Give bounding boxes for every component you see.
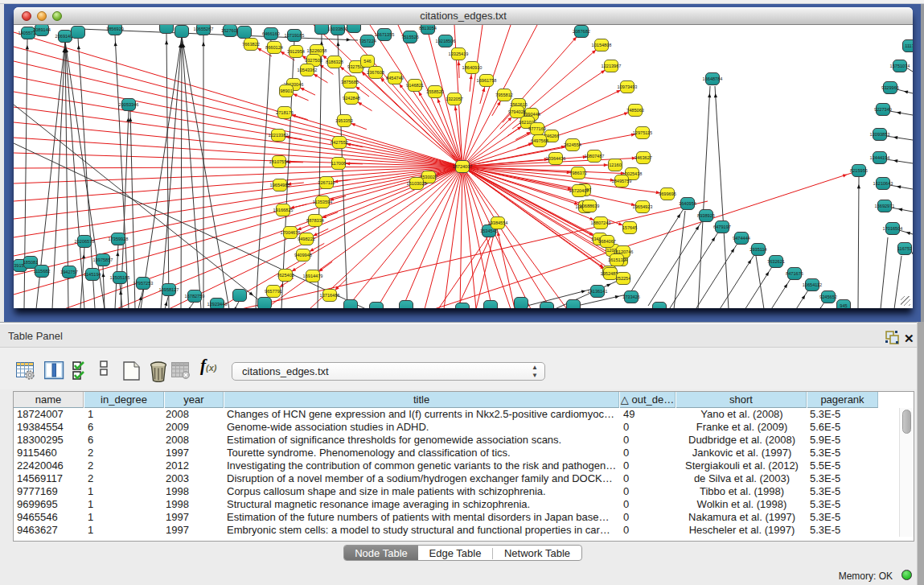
svg-text:12444194: 12444194 bbox=[870, 155, 890, 160]
svg-text:7625402: 7625402 bbox=[277, 273, 294, 278]
svg-text:19166825: 19166825 bbox=[273, 208, 294, 212]
svg-text:12093853: 12093853 bbox=[870, 132, 890, 137]
svg-text:12975115: 12975115 bbox=[633, 130, 652, 135]
svg-text:20206578: 20206578 bbox=[75, 239, 95, 244]
svg-text:2935114: 2935114 bbox=[749, 247, 766, 252]
svg-text:12505185: 12505185 bbox=[110, 275, 130, 280]
svg-text:185081: 185081 bbox=[23, 260, 39, 265]
svg-text:15751074: 15751074 bbox=[890, 64, 910, 68]
svg-text:2089144: 2089144 bbox=[33, 27, 51, 32]
svg-text:8660124: 8660124 bbox=[265, 45, 283, 50]
svg-text:3624554: 3624554 bbox=[564, 142, 581, 147]
svg-text:12160: 12160 bbox=[609, 163, 622, 167]
svg-text:546: 546 bbox=[363, 59, 371, 64]
svg-text:2718176: 2718176 bbox=[276, 110, 294, 115]
svg-text:8427552: 8427552 bbox=[331, 140, 348, 145]
svg-text:9146821: 9146821 bbox=[406, 83, 424, 88]
svg-text:17957253: 17957253 bbox=[133, 281, 154, 286]
svg-text:11353594: 11353594 bbox=[313, 200, 332, 204]
svg-text:8215955: 8215955 bbox=[850, 168, 868, 173]
svg-text:9242848: 9242848 bbox=[343, 96, 360, 101]
svg-text:7632621: 7632621 bbox=[767, 259, 785, 264]
svg-text:10688639: 10688639 bbox=[580, 204, 600, 208]
svg-text:1733426: 1733426 bbox=[622, 295, 640, 299]
svg-text:18724007: 18724007 bbox=[453, 164, 473, 169]
svg-text:7485063: 7485063 bbox=[626, 108, 644, 113]
svg-text:1527602: 1527602 bbox=[221, 28, 239, 33]
svg-text:9699695: 9699695 bbox=[659, 192, 676, 196]
svg-text:6466160: 6466160 bbox=[262, 31, 280, 36]
svg-text:2367608: 2367608 bbox=[367, 70, 384, 75]
svg-text:1115682: 1115682 bbox=[34, 269, 51, 274]
svg-text:19654985: 19654985 bbox=[270, 183, 290, 187]
svg-text:9777169: 9777169 bbox=[528, 126, 546, 131]
svg-text:3267110: 3267110 bbox=[318, 180, 335, 185]
svg-text:98901: 98901 bbox=[280, 89, 293, 93]
svg-text:8471676: 8471676 bbox=[786, 271, 803, 276]
svg-text:157645: 157645 bbox=[622, 225, 638, 230]
svg-text:9474444: 9474444 bbox=[733, 236, 750, 241]
svg-text:17359928: 17359928 bbox=[109, 237, 129, 241]
svg-text:9329966: 9329966 bbox=[881, 85, 899, 90]
svg-text:9463627: 9463627 bbox=[634, 155, 652, 160]
svg-text:7663822: 7663822 bbox=[242, 42, 260, 47]
svg-text:17016504: 17016504 bbox=[883, 226, 903, 231]
svg-text:19975857: 19975857 bbox=[93, 257, 113, 262]
svg-text:13716485: 13716485 bbox=[320, 293, 340, 298]
svg-text:1942757: 1942757 bbox=[60, 270, 78, 274]
svg-text:1145194: 1145194 bbox=[84, 272, 101, 277]
svg-text:6497568: 6497568 bbox=[531, 138, 548, 143]
svg-text:8813054: 8813054 bbox=[419, 26, 437, 31]
svg-text:9327503: 9327503 bbox=[305, 58, 322, 63]
svg-text:10719185: 10719185 bbox=[285, 33, 305, 38]
svg-text:17004676: 17004676 bbox=[281, 230, 301, 235]
svg-text:18807249: 18807249 bbox=[591, 220, 611, 225]
svg-text:10973493: 10973493 bbox=[618, 84, 638, 89]
svg-text:3875685: 3875685 bbox=[341, 80, 359, 84]
svg-text:14136141: 14136141 bbox=[588, 289, 608, 294]
svg-text:1615132: 1615132 bbox=[608, 257, 626, 262]
svg-text:252254: 252254 bbox=[616, 276, 631, 281]
svg-text:16033809: 16033809 bbox=[328, 27, 348, 31]
svg-text:1322057: 1322057 bbox=[446, 97, 463, 101]
svg-text:10154808: 10154808 bbox=[592, 43, 612, 47]
svg-text:8454749: 8454749 bbox=[386, 76, 404, 80]
svg-text:1856929: 1856929 bbox=[106, 27, 124, 31]
svg-text:15692971: 15692971 bbox=[875, 204, 895, 208]
svg-text:7955812: 7955812 bbox=[495, 93, 513, 97]
svg-text:10543362: 10543362 bbox=[298, 68, 318, 72]
svg-text:9245652: 9245652 bbox=[819, 295, 837, 299]
svg-text:18495759: 18495759 bbox=[612, 179, 632, 183]
svg-text:19654923: 19654923 bbox=[633, 204, 653, 209]
svg-text:18640910: 18640910 bbox=[462, 65, 483, 70]
svg-text:2087682: 2087682 bbox=[573, 29, 590, 34]
svg-text:16782759: 16782759 bbox=[185, 294, 205, 299]
svg-text:10958127: 10958127 bbox=[159, 287, 179, 292]
svg-text:8878334: 8878334 bbox=[306, 218, 324, 223]
svg-text:16961758: 16961758 bbox=[477, 78, 497, 83]
svg-text:10655267: 10655267 bbox=[194, 27, 214, 31]
svg-text:8938925: 8938925 bbox=[697, 213, 715, 218]
svg-text:13325419: 13325419 bbox=[449, 51, 469, 56]
svg-text:15103028: 15103028 bbox=[407, 181, 427, 186]
svg-text:18107554: 18107554 bbox=[269, 159, 290, 164]
svg-text:20053346: 20053346 bbox=[119, 102, 139, 107]
svg-text:12923448: 12923448 bbox=[207, 302, 228, 307]
svg-text:1953353: 1953353 bbox=[335, 118, 353, 123]
svg-text:10807487: 10807487 bbox=[585, 154, 605, 159]
svg-text:1640954: 1640954 bbox=[679, 201, 696, 206]
svg-text:16671355: 16671355 bbox=[375, 32, 395, 37]
svg-text:10654112: 10654112 bbox=[803, 282, 822, 287]
svg-text:1558520: 1558520 bbox=[426, 89, 444, 94]
svg-text:7986372: 7986372 bbox=[569, 171, 587, 175]
svg-text:3912954: 3912954 bbox=[287, 49, 305, 54]
svg-text:12213967: 12213967 bbox=[602, 64, 622, 68]
svg-text:16648784: 16648784 bbox=[703, 76, 723, 81]
svg-text:8186328: 8186328 bbox=[326, 60, 343, 64]
svg-text:19218506: 19218506 bbox=[436, 39, 456, 43]
svg-text:1117: 1117 bbox=[905, 43, 913, 48]
svg-text:9227349: 9227349 bbox=[874, 107, 892, 112]
svg-text:116753: 116753 bbox=[897, 246, 912, 251]
svg-text:12213382: 12213382 bbox=[269, 133, 289, 138]
svg-text:20364436: 20364436 bbox=[546, 156, 566, 161]
